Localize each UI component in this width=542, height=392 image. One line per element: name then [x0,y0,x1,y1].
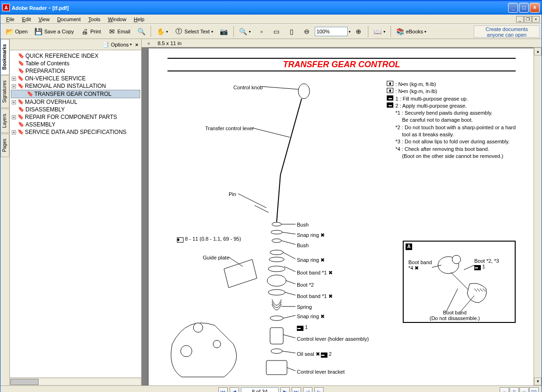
envelope-icon: ✉ [108,27,116,36]
svg-point-14 [268,290,285,295]
zoom-in-button[interactable]: 🔍▾ [236,25,254,38]
svg-point-36 [452,255,461,264]
bookmark-icon: 🔖 [17,114,24,120]
menu-view[interactable]: View [35,16,54,23]
folder-open-icon: 📂 [5,27,14,36]
svg-line-30 [287,368,295,371]
bookmark-item[interactable]: +🔖REMOVAL AND INSTALLATION [11,82,140,90]
menu-edit[interactable]: Edit [18,16,35,23]
bookmark-item[interactable]: 🔖Table of Contents [11,60,140,67]
mdi-minimize-button[interactable]: _ [516,16,524,23]
save-copy-button[interactable]: 💾Save a Copy [32,25,77,38]
select-text-button[interactable]: ⓉSelect Text▾ [172,25,216,38]
bookmark-item[interactable]: 🔖ASSEMBLY [11,121,140,128]
svg-line-27 [283,315,295,318]
close-panel-button[interactable]: × [136,42,138,47]
scroll-down-button[interactable]: ▾ [534,377,542,385]
mdi-restore-button[interactable]: ❐ [524,16,532,23]
svg-point-8 [271,230,282,234]
zoom-plus-button[interactable]: ⊕ [351,25,366,38]
expand-icon[interactable]: + [12,77,16,81]
bookmark-item[interactable]: +🔖ON-VEHICLE SERVICE [11,75,140,82]
bookmark-icon: 🔖 [18,121,24,128]
print-button[interactable]: 🖨Print [78,25,104,38]
expand-icon[interactable]: + [12,84,16,88]
zoom-input[interactable] [315,27,348,36]
menubar: File Edit View Document Tools Window Hel… [0,15,542,24]
last-page-button[interactable]: ⏭ [292,387,301,392]
svg-line-21 [281,241,295,244]
bookmark-label: ASSEMBLY [25,121,139,128]
svg-point-0 [298,84,310,99]
expand-icon[interactable]: + [12,115,16,119]
menu-document[interactable]: Document [53,16,84,23]
single-page-view-button[interactable]: ▫ [500,387,509,392]
mdi-close-button[interactable]: × [532,16,540,23]
continuous-view-button[interactable]: ▯ [510,387,519,392]
maximize-button[interactable]: □ [519,3,529,13]
tab-bookmarks[interactable]: Bookmarks [0,39,9,75]
email-button[interactable]: ✉Email [105,25,134,38]
svg-line-3 [262,86,298,89]
sidebar-hscroll[interactable] [10,377,141,385]
ad-create-documents[interactable]: Create documentsanyone can open [474,25,540,38]
expand-icon[interactable]: + [12,100,16,104]
facing-view-button[interactable]: ▫▫ [519,387,529,392]
continuous-facing-view-button[interactable]: ▯▯ [529,387,539,392]
fit-page-button[interactable]: ▭ [270,25,284,38]
bookmark-item[interactable]: +🔖MAJOR OVERHAUL [11,98,140,106]
document-statusbar: ▫ 8.5 x 11 in [142,39,542,47]
bookmark-icon: 🔖 [17,83,24,89]
bookmark-icon: 🔖 [18,106,24,113]
tab-pages[interactable]: Pages [0,133,9,157]
zoom-out-button[interactable]: ⊖ [300,25,314,38]
svg-line-22 [283,252,295,259]
toolbar: 📂Open 💾Save a Copy 🖨Print ✉Email 🔍 ✋▾ ⓉS… [0,24,542,39]
close-button[interactable]: × [530,3,540,13]
floppy-icon: 💾 [34,27,43,36]
navigation-bar: ⏮ ◀ ▶ ⏭ ◁ ▷ ▫ ▯ ▫▫ ▯▯ [0,385,542,392]
svg-line-25 [285,292,295,295]
menu-file[interactable]: File [2,16,18,23]
bookmark-label: MAJOR OVERHAUL [25,99,139,105]
menu-window[interactable]: Window [104,16,130,23]
svg-point-13 [267,275,286,286]
document-vscroll[interactable]: ▴ ▾ [534,47,542,385]
expand-icon[interactable]: + [12,130,16,134]
tab-layers[interactable]: Layers [0,109,9,133]
menu-tools[interactable]: Tools [85,16,104,23]
actual-size-button[interactable]: ▫ [255,25,269,38]
scroll-up-button[interactable]: ▴ [534,47,542,55]
bookmark-item[interactable]: 🔖PREPARATION [11,67,140,75]
bookmark-item[interactable]: 🔖DISASSEMBLY [11,106,140,113]
prev-view-button[interactable]: ◁ [303,387,312,392]
bookmark-item[interactable]: 🔖QUICK REFERENCE INDEX [11,52,140,60]
svg-line-5 [238,194,266,208]
prev-page-button[interactable]: ◀ [230,387,239,392]
page-number-input[interactable] [241,387,279,392]
bookmark-item[interactable]: 🔖TRANSFER GEAR CONTROL [11,90,140,98]
open-button[interactable]: 📂Open [2,25,31,38]
bookmark-label: REMOVAL AND INSTALLATION [25,83,139,89]
ebooks-button[interactable]: 📚eBooks▾ [393,25,430,38]
options-dropdown[interactable]: 📑Options ▾ [102,40,132,49]
search-button[interactable]: 🔍 [134,25,148,38]
first-page-button[interactable]: ⏮ [218,387,228,392]
svg-line-28 [283,335,295,338]
page-actual-icon: ▫ [257,27,266,36]
next-page-button[interactable]: ▶ [280,387,290,392]
next-view-button[interactable]: ▷ [314,387,324,392]
fit-width-button[interactable]: ▯ [285,25,299,38]
bookmark-item[interactable]: +🔖SERVICE DATA AND SPECIFICATIONS [11,128,140,136]
read-aloud-button[interactable]: 📖▾ [371,25,388,38]
bookmark-item[interactable]: +🔖REPAIR FOR COMPONENT PARTS [11,113,140,121]
tab-signatures[interactable]: Signatures [0,75,9,108]
document-page: TRANSFER GEAR CONTROL ⬮: N•m (kg-m, ft-l… [149,48,534,385]
minimize-button[interactable]: _ [508,3,518,13]
svg-line-4 [252,128,290,137]
snapshot-button[interactable]: 📷 [217,25,231,38]
menu-help[interactable]: Help [130,16,148,23]
bookmark-label: QUICK REFERENCE INDEX [25,53,139,59]
hand-tool-button[interactable]: ✋▾ [153,25,171,38]
svg-line-24 [286,281,295,284]
